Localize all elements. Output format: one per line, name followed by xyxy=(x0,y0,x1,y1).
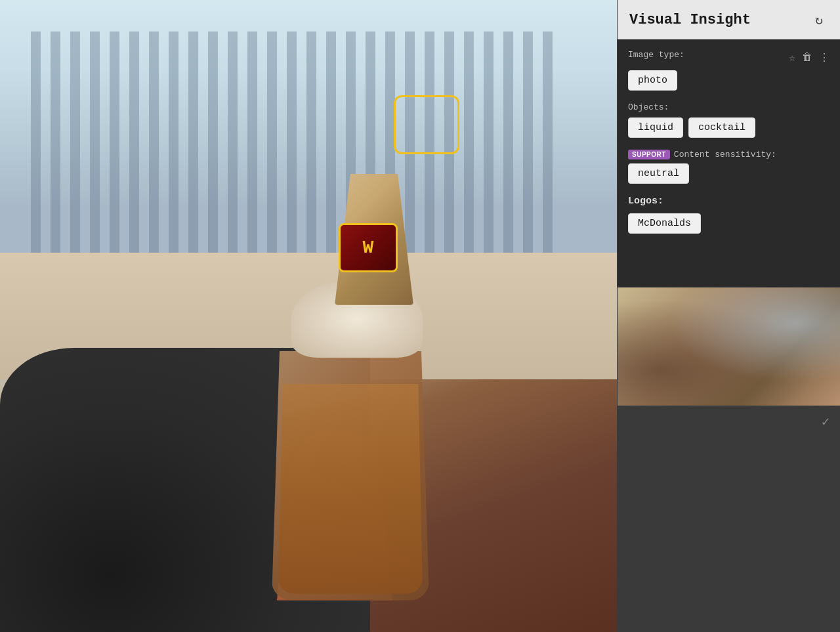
support-badge: SUPPORT xyxy=(628,150,670,159)
objects-section: Objects: liquid cocktail xyxy=(628,102,830,138)
drink-container: W xyxy=(245,240,455,600)
cup-body xyxy=(272,351,429,600)
mcdonalds-logo-box: W xyxy=(339,223,398,272)
sidebar-bottom: ✓ xyxy=(618,406,840,633)
image-type-section: Image type: ☆ 🗑 ⋮ photo xyxy=(628,50,830,91)
sidebar-thumbnail xyxy=(618,287,840,406)
content-sensitivity-section: SUPPORT Content sensitivity: neutral xyxy=(628,150,830,184)
more-icon[interactable]: ⋮ xyxy=(819,51,830,64)
image-type-header: Image type: ☆ 🗑 ⋮ xyxy=(628,50,830,65)
logos-tags: McDonalds xyxy=(628,213,830,234)
thumb-inner xyxy=(618,287,840,406)
sidebar-header: Visual Insight ↻ xyxy=(618,0,840,39)
content-sensitivity-tag[interactable]: neutral xyxy=(628,163,689,184)
refresh-icon[interactable]: ↻ xyxy=(810,11,828,29)
sidebar-content: Image type: ☆ 🗑 ⋮ photo Objects: liquid … xyxy=(618,39,840,287)
image-type-label: Image type: xyxy=(628,50,684,60)
sidebar-title: Visual Insight xyxy=(629,12,751,28)
photo-scene: W xyxy=(0,0,617,632)
content-sensitivity-tags: neutral xyxy=(628,163,830,184)
main-container: W Visual Insight ↻ Image type: ☆ 🗑 ⋮ xyxy=(0,0,840,632)
image-type-tag[interactable]: photo xyxy=(628,70,677,91)
trash-icon[interactable]: 🗑 xyxy=(802,51,812,64)
image-type-tags: photo xyxy=(628,70,830,91)
logos-section: Logos: McDonalds xyxy=(628,196,830,234)
object-tag-cocktail[interactable]: cocktail xyxy=(688,117,755,138)
objects-label: Objects: xyxy=(628,102,830,112)
checkmark-area: ✓ xyxy=(618,406,840,438)
header-actions: ☆ 🗑 ⋮ xyxy=(789,51,830,64)
object-tag-liquid[interactable]: liquid xyxy=(628,117,683,138)
checkmark-icon[interactable]: ✓ xyxy=(822,413,830,430)
cup-liquid xyxy=(278,384,423,594)
sidebar-panel: Visual Insight ↻ Image type: ☆ 🗑 ⋮ photo xyxy=(617,0,840,632)
objects-tags: liquid cocktail xyxy=(628,117,830,138)
logo-tag-mcdonalds[interactable]: McDonalds xyxy=(628,213,701,234)
content-sensitivity-header: SUPPORT Content sensitivity: xyxy=(628,150,830,159)
star-icon[interactable]: ☆ xyxy=(789,51,795,64)
image-area: W xyxy=(0,0,617,632)
content-sensitivity-label: Content sensitivity: xyxy=(674,150,776,159)
logos-label: Logos: xyxy=(628,196,830,207)
